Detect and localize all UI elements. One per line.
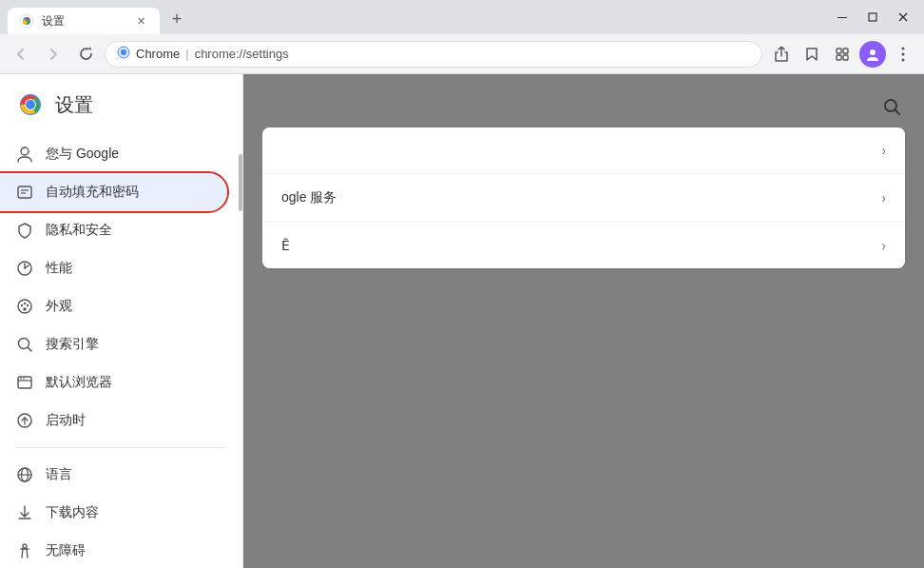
- sidebar-item-browser[interactable]: 默认浏览器: [0, 363, 227, 402]
- svg-point-43: [23, 544, 27, 548]
- url-domain: Chrome: [136, 47, 180, 61]
- shield-icon: [15, 221, 34, 240]
- chrome-logo: [15, 89, 46, 120]
- svg-rect-10: [843, 49, 848, 53]
- settings-search-button[interactable]: [875, 89, 909, 124]
- url-security-icon: [117, 46, 130, 62]
- language-icon: [15, 465, 34, 484]
- close-button[interactable]: [890, 4, 916, 30]
- svg-point-37: [23, 378, 25, 380]
- svg-line-33: [29, 348, 32, 352]
- sidebar-item-startup-label: 启动时: [46, 412, 86, 429]
- chevron-right-icon-1: ›: [881, 143, 886, 158]
- sidebar-wrapper: 设置 您与 Google: [0, 74, 243, 568]
- svg-point-21: [26, 100, 35, 109]
- tabs-area: 设置 ✕ +: [0, 0, 821, 34]
- svg-point-27: [18, 300, 31, 313]
- settings-row-3[interactable]: Ȇ ›: [262, 223, 905, 268]
- sidebar-item-google[interactable]: 您与 Google: [0, 135, 227, 173]
- refresh-button[interactable]: [72, 41, 99, 68]
- settings-row-1[interactable]: ›: [262, 127, 905, 174]
- menu-button[interactable]: [890, 41, 916, 68]
- svg-point-44: [885, 100, 896, 111]
- sidebar-item-download-label: 下载内容: [46, 504, 99, 521]
- sidebar-item-appearance-label: 外观: [46, 298, 72, 315]
- svg-point-15: [902, 47, 905, 49]
- autofill-icon: [15, 183, 34, 202]
- person-icon: [15, 145, 34, 164]
- svg-point-30: [27, 304, 29, 306]
- sidebar-item-download[interactable]: 下载内容: [0, 494, 227, 532]
- svg-point-31: [23, 307, 27, 311]
- search-icon: [15, 335, 34, 354]
- svg-point-32: [19, 339, 29, 349]
- svg-rect-11: [837, 55, 841, 60]
- sidebar-item-performance[interactable]: 性能: [0, 249, 227, 287]
- chevron-right-icon-2: ›: [881, 190, 886, 206]
- sidebar-item-performance-label: 性能: [46, 260, 72, 277]
- svg-rect-23: [18, 186, 31, 198]
- svg-rect-12: [843, 55, 848, 60]
- svg-rect-3: [869, 13, 876, 21]
- sidebar-item-autofill-label: 自动填充和密码: [46, 184, 139, 201]
- settings-page-title: 设置: [55, 92, 93, 118]
- browser-window: 设置 ✕ +: [0, 0, 924, 568]
- sidebar-item-startup[interactable]: 启动时: [0, 402, 227, 440]
- tab-close-button[interactable]: ✕: [133, 13, 148, 29]
- address-actions: [768, 41, 916, 68]
- sidebar-item-language[interactable]: 语言: [0, 456, 227, 494]
- performance-icon: [15, 259, 34, 278]
- svg-point-14: [870, 49, 876, 55]
- share-button[interactable]: [768, 41, 795, 68]
- scrollbar-thumb[interactable]: [239, 154, 242, 211]
- svg-line-45: [895, 110, 899, 114]
- extensions-button[interactable]: [829, 41, 856, 68]
- sidebar-item-autofill[interactable]: 自动填充和密码: [0, 173, 227, 211]
- chevron-right-icon-3: ›: [881, 238, 886, 253]
- sidebar-item-browser-label: 默认浏览器: [46, 374, 112, 391]
- svg-rect-9: [837, 49, 841, 53]
- sidebar-item-search[interactable]: 搜索引擎: [0, 325, 227, 363]
- sidebar-item-google-label: 您与 Google: [46, 146, 119, 163]
- sidebar-item-privacy[interactable]: 隐私和安全: [0, 211, 227, 249]
- url-path: chrome://settings: [195, 47, 289, 61]
- sidebar-item-language-label: 语言: [46, 466, 72, 483]
- back-button[interactable]: [8, 41, 34, 68]
- settings-row-2-text: ogle 服务: [281, 189, 881, 206]
- tab-title: 设置: [42, 13, 125, 29]
- download-icon: [15, 503, 34, 522]
- sidebar-item-appearance[interactable]: 外观: [0, 287, 227, 325]
- sidebar-item-accessibility-label: 无障碍: [46, 542, 86, 559]
- bookmark-button[interactable]: [799, 41, 825, 68]
- svg-point-28: [21, 304, 23, 306]
- startup-icon: [15, 411, 34, 430]
- svg-point-22: [21, 147, 29, 155]
- sidebar-item-privacy-label: 隐私和安全: [46, 222, 112, 239]
- window-controls: [821, 0, 924, 34]
- sidebar-item-search-label: 搜索引擎: [46, 336, 99, 353]
- address-bar: Chrome | chrome://settings: [0, 34, 924, 74]
- tab-favicon: [19, 13, 34, 29]
- svg-point-16: [902, 52, 905, 55]
- minimize-button[interactable]: [829, 4, 856, 30]
- forward-button[interactable]: [40, 41, 67, 68]
- sidebar-nav: 您与 Google 自动填充和密码: [0, 127, 242, 568]
- svg-point-29: [24, 303, 26, 304]
- svg-point-8: [121, 49, 126, 55]
- profile-button[interactable]: [859, 41, 886, 68]
- sidebar-item-accessibility[interactable]: 无障碍: [0, 532, 227, 568]
- nav-divider: [15, 447, 227, 448]
- svg-rect-2: [837, 17, 847, 18]
- content-area: 设置 您与 Google: [0, 74, 924, 568]
- settings-row-3-text: Ȇ: [281, 238, 881, 253]
- settings-card: › ogle 服务 › Ȇ ›: [262, 127, 905, 268]
- sidebar: 设置 您与 Google: [0, 74, 243, 568]
- url-bar[interactable]: Chrome | chrome://settings: [105, 41, 762, 68]
- svg-point-36: [20, 378, 22, 380]
- restore-button[interactable]: [859, 4, 886, 30]
- active-tab[interactable]: 设置 ✕: [8, 8, 160, 34]
- sidebar-header: 设置: [0, 74, 242, 127]
- main-content: › ogle 服务 › Ȇ ›: [243, 74, 924, 568]
- new-tab-button[interactable]: +: [164, 6, 190, 32]
- settings-row-2[interactable]: ogle 服务 ›: [262, 174, 905, 223]
